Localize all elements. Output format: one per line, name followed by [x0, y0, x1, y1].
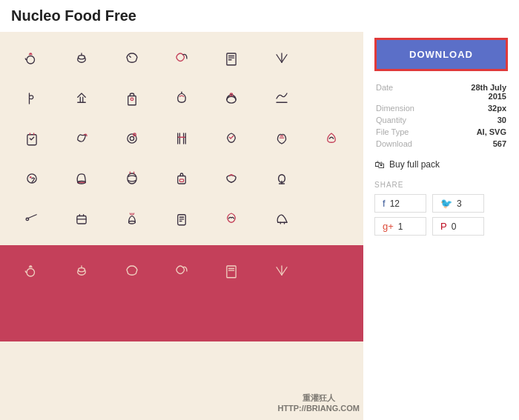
svg-rect-27 — [178, 176, 186, 184]
meta-row-date: Date 28th July 2015 — [374, 81, 508, 102]
twitter-share-button[interactable]: 🐦 3 — [432, 194, 484, 213]
icon-cell — [57, 39, 105, 78]
googleplus-icon: g+ — [383, 221, 394, 232]
share-row-top: f 12 🐦 3 — [374, 194, 508, 213]
icon-cell — [108, 79, 156, 118]
svg-point-16 — [130, 136, 133, 140]
pink-section: 重灌狂人 HTTP://BRIANG.COM — [0, 245, 363, 341]
icon-cell-pink — [257, 253, 305, 290]
share-buttons: f 12 🐦 3 g+ 1 P 0 — [374, 194, 508, 236]
icon-cell — [108, 119, 156, 158]
icon-cell-pink — [7, 253, 56, 290]
share-row-bottom: g+ 1 P 0 — [374, 217, 508, 236]
svg-point-40 — [79, 268, 85, 272]
icon-cell — [157, 79, 205, 118]
svg-rect-32 — [77, 216, 86, 224]
svg-line-3 — [129, 56, 130, 58]
meta-row-download: Download 567 — [374, 138, 508, 150]
svg-point-26 — [127, 173, 136, 184]
icon-cell-pink — [57, 253, 105, 290]
metadata-table: Date 28th July 2015 Dimension 32px Quant… — [374, 81, 508, 150]
svg-rect-35 — [178, 215, 186, 225]
icon-cell-pink — [308, 253, 356, 290]
icon-cell — [108, 39, 156, 78]
icon-cell — [308, 159, 356, 198]
download-value: 567 — [454, 138, 508, 150]
svg-rect-42 — [227, 266, 236, 278]
quantity-label: Quantity — [374, 114, 454, 126]
icon-cell — [7, 119, 56, 158]
dimension-value: 32px — [454, 102, 508, 114]
icon-cell — [208, 79, 256, 118]
meta-row-dimension: Dimension 32px — [374, 102, 508, 114]
download-button[interactable]: DOWNLOAD — [374, 38, 508, 71]
icon-cell — [57, 79, 105, 118]
download-label: Download — [374, 138, 454, 150]
icon-cell — [57, 199, 105, 238]
icon-cell — [7, 159, 56, 198]
icon-cell — [308, 79, 356, 118]
buy-full-pack-label: Buy full pack — [389, 159, 440, 170]
icon-cell-pink — [157, 253, 205, 290]
icon-cell — [208, 159, 256, 198]
svg-point-1 — [79, 56, 85, 59]
filetype-label: File Type — [374, 126, 454, 138]
buy-full-pack-button[interactable]: 🛍 Buy full pack — [374, 159, 508, 170]
icon-cell — [108, 159, 156, 198]
filetype-value: AI, SVG — [454, 126, 508, 138]
icon-cell — [208, 39, 256, 78]
icon-cell — [308, 199, 356, 238]
meta-row-filetype: File Type AI, SVG — [374, 126, 508, 138]
icon-cell — [308, 119, 356, 158]
icon-panel: 重灌狂人 HTTP://BRIANG.COM — [0, 32, 363, 420]
share-label: SHARE — [374, 181, 508, 189]
icon-cell — [157, 119, 205, 158]
title-bar: Nucleo Food Free — [0, 0, 519, 32]
pinterest-count: 0 — [452, 221, 457, 232]
meta-row-quantity: Quantity 30 — [374, 114, 508, 126]
svg-point-10 — [130, 98, 133, 101]
pinterest-share-button[interactable]: P 0 — [432, 217, 484, 236]
googleplus-count: 1 — [398, 221, 403, 232]
date-value: 28th July 2015 — [454, 81, 508, 102]
icons-grid-pink — [7, 253, 356, 290]
svg-point-12 — [227, 96, 236, 103]
twitter-count: 3 — [457, 199, 462, 209]
svg-point-39 — [27, 269, 35, 277]
icon-cell — [257, 79, 305, 118]
icon-cell-pink — [208, 253, 256, 290]
googleplus-share-button[interactable]: g+ 1 — [374, 217, 426, 236]
sidebar: DOWNLOAD Date 28th July 2015 Dimension 3… — [363, 32, 519, 420]
icon-cell — [257, 119, 305, 158]
facebook-icon: f — [383, 198, 386, 209]
svg-point-31 — [26, 218, 29, 221]
icon-cell — [157, 39, 205, 78]
icon-cell — [57, 119, 105, 158]
icon-cell — [308, 39, 356, 78]
dimension-label: Dimension — [374, 102, 454, 114]
icons-grid-beige — [0, 32, 363, 245]
shopping-bag-icon: 🛍 — [374, 159, 385, 170]
icon-cell — [208, 119, 256, 158]
svg-point-34 — [128, 221, 135, 224]
icon-cell — [57, 159, 105, 198]
pinterest-icon: P — [440, 221, 447, 232]
icon-cell — [257, 199, 305, 238]
date-label: Date — [374, 81, 454, 102]
icon-cell — [208, 199, 256, 238]
page-title: Nucleo Food Free — [11, 7, 508, 24]
svg-point-24 — [30, 176, 32, 179]
icon-cell — [157, 159, 205, 198]
icon-cell — [257, 159, 305, 198]
icon-cell — [7, 39, 56, 78]
svg-rect-28 — [179, 179, 183, 182]
icon-cell — [257, 39, 305, 78]
quantity-value: 30 — [454, 114, 508, 126]
facebook-share-button[interactable]: f 12 — [374, 194, 426, 213]
icon-cell — [108, 199, 156, 238]
main-content: 重灌狂人 HTTP://BRIANG.COM DOWNLOAD Date 28t… — [0, 32, 519, 420]
icon-cell — [157, 199, 205, 238]
twitter-icon: 🐦 — [440, 198, 452, 209]
svg-point-0 — [27, 56, 35, 64]
page-container: Nucleo Food Free — [0, 0, 519, 420]
